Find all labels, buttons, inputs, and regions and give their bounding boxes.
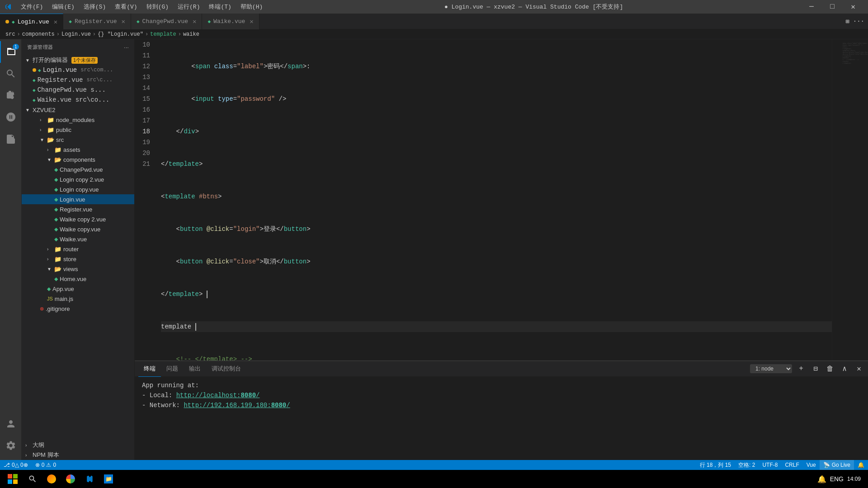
- open-editors-section[interactable]: ▼ 打开的编辑器 1个未保存: [22, 55, 134, 65]
- tree-views[interactable]: ▼ 📂 views: [22, 264, 134, 274]
- statusbar-notifications[interactable]: 🔔: [854, 460, 868, 470]
- tab-close-changepwd[interactable]: ✕: [193, 18, 196, 25]
- tree-public[interactable]: › 📁 public: [22, 125, 134, 135]
- taskbar-chrome[interactable]: [61, 470, 80, 488]
- bell-icon: 🔔: [858, 462, 864, 468]
- code-editor[interactable]: 10 11 12 13 14 15 16 17 18 19 20 21 <spa…: [135, 39, 868, 361]
- menu-terminal[interactable]: 终端(T): [205, 2, 235, 12]
- open-editor-register[interactable]: ◆ Register.vue src\c...: [22, 75, 134, 85]
- statusbar-golive[interactable]: 📡 Go Live: [820, 460, 854, 470]
- tab-waike[interactable]: ◆ Waike.vue ✕: [202, 14, 259, 29]
- terminal-select[interactable]: 1: node: [750, 364, 792, 373]
- tree-mainjs[interactable]: JS main.js: [22, 294, 134, 304]
- taskbar-explorer[interactable]: 📁: [99, 470, 118, 488]
- tab-login[interactable]: ◆ Login.vue ✕: [0, 14, 63, 29]
- tree-app[interactable]: ◆ App.vue: [22, 284, 134, 294]
- open-editor-login-label: Login.vue: [43, 66, 77, 74]
- close-button[interactable]: ✕: [843, 0, 863, 14]
- tree-gitignore[interactable]: ⊗ .gitignore: [22, 304, 134, 314]
- outline-section[interactable]: › 大纲: [22, 440, 134, 450]
- tree-waike-copy[interactable]: ◆ Waike copy.vue: [22, 224, 134, 234]
- minimize-button[interactable]: ─: [801, 0, 822, 14]
- delete-terminal-button[interactable]: 🗑: [825, 363, 835, 374]
- more-actions-icon[interactable]: ···: [853, 18, 864, 25]
- breadcrumb-symbol[interactable]: {} "Login.vue": [98, 31, 143, 38]
- tab-close-register[interactable]: ✕: [122, 18, 125, 25]
- tree-changepwd[interactable]: ◆ ChangePwd.vue: [22, 164, 134, 174]
- tree-components[interactable]: ▼ 📂 components: [22, 155, 134, 164]
- tree-src[interactable]: ▼ 📂 src: [22, 135, 134, 145]
- panel-tab-debug[interactable]: 调试控制台: [206, 361, 246, 377]
- menu-edit[interactable]: 编辑(E): [48, 2, 78, 12]
- tree-label-components: components: [63, 156, 95, 163]
- panel-tab-problems[interactable]: 问题: [161, 361, 184, 377]
- add-terminal-button[interactable]: +: [796, 363, 807, 374]
- chevron-icon: ›: [47, 147, 52, 152]
- breadcrumb-waike[interactable]: waike: [183, 31, 199, 38]
- tab-register[interactable]: ◆ Register.vue ✕: [63, 14, 131, 29]
- activity-settings[interactable]: [0, 435, 22, 456]
- code-content[interactable]: <span class="label">密码</span>: <input ty…: [157, 39, 832, 361]
- editor-layout-icon[interactable]: ⊞: [845, 18, 849, 25]
- breadcrumb-components[interactable]: components: [22, 31, 55, 38]
- tree-assets[interactable]: › 📁 assets: [22, 145, 134, 155]
- network-url-link[interactable]: http://192.168.199.180:8080/: [184, 402, 290, 409]
- activity-git[interactable]: [0, 84, 22, 106]
- local-url-link[interactable]: http://localhost:8080/: [176, 392, 260, 399]
- menu-select[interactable]: 选择(S): [80, 2, 109, 12]
- menu-run[interactable]: 运行(R): [174, 2, 203, 12]
- split-terminal-button[interactable]: ⊟: [810, 363, 821, 374]
- close-panel-button[interactable]: ✕: [854, 363, 864, 374]
- line-num-16: 16: [142, 104, 150, 115]
- panel-tab-terminal[interactable]: 终端: [138, 361, 161, 377]
- menu-view[interactable]: 查看(V): [111, 2, 141, 12]
- taskbar-firefox[interactable]: [42, 470, 61, 488]
- tree-login-copy[interactable]: ◆ Login copy.vue: [22, 184, 134, 194]
- activity-extensions[interactable]: [0, 128, 22, 150]
- taskbar-vscode[interactable]: [80, 470, 99, 488]
- activity-account[interactable]: [0, 413, 22, 435]
- activity-search[interactable]: [0, 63, 22, 84]
- tree-register[interactable]: ◆ Register.vue: [22, 204, 134, 214]
- maximize-panel-button[interactable]: ∧: [839, 363, 850, 374]
- tree-router[interactable]: › 📁 router: [22, 244, 134, 254]
- taskbar-search[interactable]: [24, 470, 42, 488]
- open-editor-waike[interactable]: ◆ Waike.vue src\co...: [22, 95, 134, 105]
- tree-waike-copy2[interactable]: ◆ Waike copy 2.vue: [22, 214, 134, 224]
- open-editor-changepwd[interactable]: ◆ ChangePwd.vue s...: [22, 85, 134, 95]
- menu-goto[interactable]: 转到(G): [143, 2, 172, 12]
- position-label: 行 18，列 15: [700, 461, 731, 469]
- tree-node-modules[interactable]: › 📁 node_modules: [22, 115, 134, 125]
- menu-help[interactable]: 帮助(H): [237, 2, 266, 12]
- tab-changepwd[interactable]: ◆ ChangePwd.vue ✕: [131, 14, 202, 29]
- taskbar-notifications-icon[interactable]: 🔔: [817, 475, 826, 483]
- tree-login-copy2[interactable]: ◆ Login copy 2.vue: [22, 174, 134, 184]
- panel-tab-output[interactable]: 输出: [184, 361, 206, 377]
- activity-debug[interactable]: [0, 106, 22, 128]
- statusbar-spaces[interactable]: 空格: 2: [735, 460, 759, 470]
- open-editor-login[interactable]: ◆ Login.vue src\com...: [22, 65, 134, 75]
- breadcrumb-template[interactable]: template: [150, 31, 176, 38]
- statusbar-language[interactable]: Vue: [803, 460, 820, 470]
- start-button[interactable]: [4, 470, 22, 488]
- statusbar-errors[interactable]: ⊗ 0 ⚠ 0: [32, 460, 60, 470]
- breadcrumb-loginvue[interactable]: Login.vue: [61, 31, 91, 38]
- npm-section[interactable]: › NPM 脚本: [22, 450, 134, 460]
- tab-close-login[interactable]: ✕: [54, 18, 57, 26]
- tree-login[interactable]: ◆ Login.vue: [22, 194, 134, 204]
- tab-close-waike[interactable]: ✕: [250, 18, 253, 25]
- menu-file[interactable]: 文件(F): [17, 2, 47, 12]
- tree-home[interactable]: ◆ Home.vue: [22, 274, 134, 284]
- tree-store[interactable]: › 📁 store: [22, 254, 134, 264]
- file-tree: › 📁 node_modules › 📁 public ▼ 📂 src › 📁 …: [22, 115, 134, 440]
- maximize-button[interactable]: □: [822, 0, 843, 14]
- activity-explorer[interactable]: 1: [0, 41, 22, 63]
- project-section[interactable]: ▼ XZVUE2: [22, 105, 134, 115]
- tree-waike[interactable]: ◆ Waike.vue: [22, 234, 134, 244]
- statusbar-git[interactable]: ⎇ 0△ 0⊗: [0, 460, 32, 470]
- statusbar-position[interactable]: 行 18，列 15: [696, 460, 735, 470]
- breadcrumb-src[interactable]: src: [5, 31, 15, 38]
- statusbar-encoding[interactable]: UTF-8: [759, 460, 781, 470]
- new-file-icon[interactable]: ···: [124, 45, 129, 50]
- statusbar-eol[interactable]: CRLF: [781, 460, 802, 470]
